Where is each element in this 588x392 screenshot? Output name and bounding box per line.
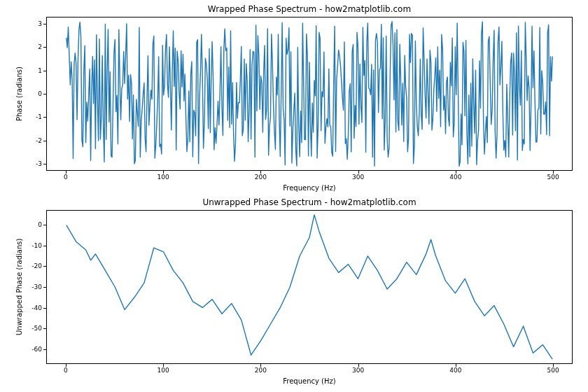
- y-tickmark: [43, 328, 46, 329]
- line-series-wrapped: [47, 18, 572, 170]
- figure: Wrapped Phase Spectrum - how2matplotlib.…: [0, 0, 588, 392]
- y-tick-label: -50: [31, 325, 42, 332]
- x-tick-label: 200: [255, 367, 267, 374]
- y-tickmark: [43, 71, 46, 71]
- plot-area-unwrapped: [46, 210, 573, 364]
- y-tickmark: [43, 246, 46, 246]
- y-tick-label: 0: [38, 90, 42, 97]
- x-tick-label: 500: [547, 367, 559, 374]
- y-tick-label: -2: [36, 137, 42, 144]
- y-tickmark: [43, 287, 46, 288]
- x-tick-label: 0: [64, 174, 68, 181]
- x-tick-label: 500: [547, 174, 559, 181]
- y-tick-label: -60: [31, 346, 42, 353]
- x-axis-label: Frequency (Hz): [46, 377, 573, 385]
- y-tick-label: -1: [36, 113, 42, 120]
- chart-title: Unwrapped Phase Spectrum - how2matplotli…: [46, 197, 573, 207]
- y-tick-label: -3: [36, 160, 42, 167]
- y-tick-label: 2: [38, 43, 42, 50]
- y-axis-label: Phase (radians): [14, 17, 24, 171]
- y-tick-label: 0: [38, 221, 42, 228]
- y-tickmark: [43, 24, 46, 24]
- plot-area-wrapped: [46, 17, 573, 171]
- y-tick-label: -20: [31, 262, 42, 270]
- y-tickmark: [43, 164, 46, 164]
- x-tick-label: 100: [158, 367, 169, 374]
- y-tickmark: [43, 225, 46, 225]
- y-tick-label: -40: [31, 304, 42, 312]
- x-tick-label: 300: [352, 174, 364, 181]
- y-tick-label: -10: [31, 242, 42, 249]
- y-tickmark: [43, 47, 46, 48]
- chart-title: Wrapped Phase Spectrum - how2matplotlib.…: [46, 4, 573, 14]
- y-tickmark: [43, 266, 46, 267]
- x-tick-label: 200: [255, 174, 267, 181]
- x-tick-label: 300: [352, 367, 364, 374]
- y-tickmark: [43, 94, 46, 94]
- x-tick-label: 400: [449, 367, 461, 374]
- y-tickmark: [43, 117, 46, 118]
- line-series-unwrapped: [47, 211, 572, 363]
- y-tick-label: 1: [38, 67, 42, 74]
- y-axis-label: Unwrapped Phase (radians): [14, 210, 24, 364]
- x-tick-label: 400: [449, 174, 461, 181]
- y-tickmark: [43, 141, 46, 141]
- subplot-unwrapped: Unwrapped Phase Spectrum - how2matplotli…: [46, 210, 573, 364]
- y-tick-label: 3: [38, 20, 42, 27]
- x-tick-label: 0: [64, 367, 68, 374]
- x-tick-label: 100: [158, 174, 169, 181]
- subplot-wrapped: Wrapped Phase Spectrum - how2matplotlib.…: [46, 17, 573, 171]
- y-tick-label: -30: [31, 284, 42, 290]
- y-tickmark: [43, 308, 46, 309]
- x-axis-label: Frequency (Hz): [46, 184, 573, 192]
- y-tickmark: [43, 349, 46, 350]
